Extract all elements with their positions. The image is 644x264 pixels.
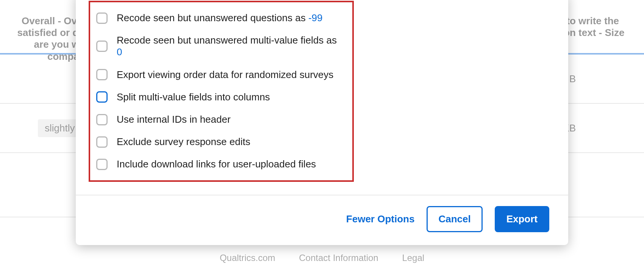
option-label: Exclude survey response edits	[117, 136, 250, 148]
option-label: Recode seen but unanswered multi-value f…	[117, 34, 342, 58]
option-exclude-edits[interactable]: Exclude survey response edits	[96, 136, 342, 148]
option-label: Include download links for user-uploaded…	[117, 158, 316, 170]
modal-footer: Fewer Options Cancel Export	[76, 195, 568, 245]
checkbox-icon[interactable]	[96, 159, 108, 170]
cancel-button[interactable]: Cancel	[427, 206, 482, 232]
option-split-multivalue[interactable]: Split multi-value fields into columns	[96, 91, 342, 103]
checkbox-icon[interactable]	[96, 69, 108, 80]
option-include-download-links[interactable]: Include download links for user-uploaded…	[96, 158, 342, 170]
option-recode-multivalue[interactable]: Recode seen but unanswered multi-value f…	[96, 34, 342, 58]
modal-body: Recode seen but unanswered questions as …	[76, 0, 568, 195]
option-recode-unanswered[interactable]: Recode seen but unanswered questions as …	[96, 12, 342, 24]
checkbox-icon[interactable]	[96, 114, 108, 125]
options-highlight-box: Recode seen but unanswered questions as …	[89, 1, 354, 182]
checkbox-icon[interactable]	[96, 12, 108, 24]
checkbox-icon[interactable]	[96, 91, 108, 103]
option-label: Recode seen but unanswered questions as …	[117, 12, 322, 24]
checkbox-icon[interactable]	[96, 136, 108, 148]
option-label: Export viewing order data for randomized…	[117, 69, 333, 81]
export-button[interactable]: Export	[495, 206, 549, 232]
option-label: Use internal IDs in header	[117, 114, 231, 125]
checkbox-icon[interactable]	[96, 41, 108, 52]
export-options-modal: Recode seen but unanswered questions as …	[76, 0, 568, 245]
option-internal-ids[interactable]: Use internal IDs in header	[96, 114, 342, 125]
fewer-options-button[interactable]: Fewer Options	[346, 213, 415, 225]
option-label: Split multi-value fields into columns	[117, 91, 270, 103]
option-export-viewing-order[interactable]: Export viewing order data for randomized…	[96, 69, 342, 81]
